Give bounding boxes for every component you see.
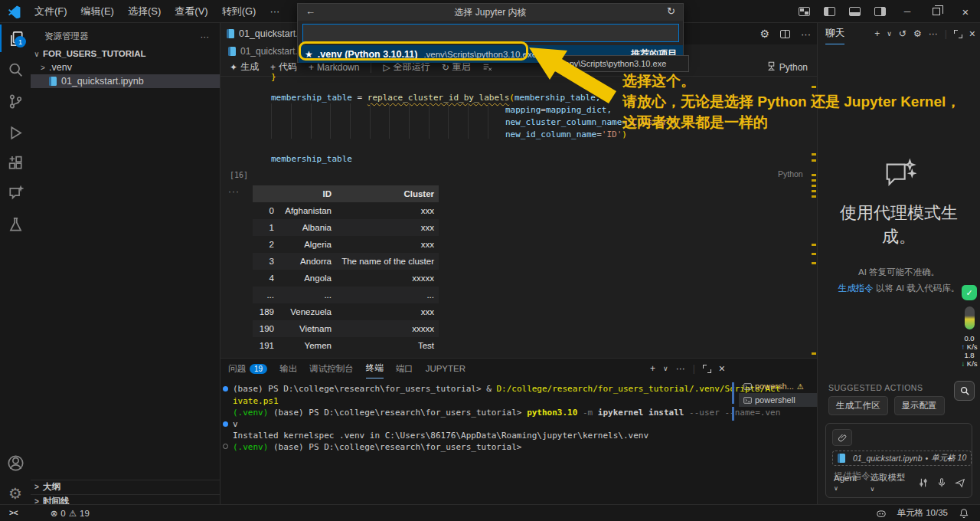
tab-problems[interactable]: 问题19 (228, 359, 267, 378)
tab-jupyter[interactable]: JUPYTER (426, 359, 466, 378)
code-prev-line: } (271, 72, 276, 82)
chat-input-box[interactable]: 01_quickstart.ipynb•单元格 10 + 提供指令。 Agent… (825, 423, 972, 498)
terminal-list-item-selected[interactable]: powershell (739, 393, 817, 407)
chat-history-icon[interactable]: ↺ (899, 28, 906, 39)
tab-debug-console[interactable]: 调试控制台 (309, 359, 354, 378)
breadcrumb[interactable]: 01_quickstart.i (228, 44, 299, 58)
add-context-icon[interactable]: + (947, 453, 953, 464)
refresh-icon[interactable]: ↻ (667, 5, 675, 17)
editor-gear-icon[interactable]: ⚙ (760, 28, 769, 40)
minimize-button[interactable]: ─ (893, 0, 922, 23)
editor-more-icon[interactable]: ··· (801, 28, 811, 40)
code-line-2[interactable]: mapping=mapping_dict, (505, 105, 612, 115)
restore-button[interactable] (922, 0, 951, 23)
maximize-chat-icon[interactable] (954, 30, 962, 38)
copilot-icon[interactable] (876, 508, 887, 519)
chat-icon[interactable] (0, 179, 31, 207)
outline-section[interactable]: > 大纲 (31, 480, 220, 493)
back-icon[interactable]: ← (305, 5, 315, 17)
usage-pill-icon[interactable] (965, 306, 975, 329)
generate-instructions-link[interactable]: 生成指令 (838, 283, 874, 293)
generate-workspace-button[interactable]: 生成工作区 (828, 396, 888, 415)
tab-terminal[interactable]: 终端 (366, 359, 384, 378)
breadcrumb-label: 01_quickstart.i (240, 46, 299, 57)
net-down-unit: ↓ K/s (959, 359, 980, 368)
code-line-4[interactable]: new_id_column_name='ID') (505, 129, 627, 139)
new-chat-icon[interactable]: + (874, 28, 880, 39)
tools-icon[interactable] (918, 477, 929, 488)
separator: | (693, 363, 695, 374)
tab-output[interactable]: 输出 (279, 359, 297, 378)
maximize-panel-icon[interactable] (703, 365, 711, 373)
new-terminal-icon[interactable]: + (650, 363, 655, 374)
close-panel-icon[interactable]: × (719, 362, 725, 375)
command-decoration[interactable] (223, 444, 228, 449)
search-icon[interactable] (0, 56, 31, 84)
toggle-sidebar-icon[interactable] (824, 7, 835, 16)
testing-icon[interactable] (0, 211, 31, 238)
menu-overflow[interactable]: ··· (263, 5, 286, 17)
bell-icon[interactable] (959, 508, 969, 519)
output-more-icon[interactable]: ··· (228, 186, 240, 197)
panel-tabs: 问题19 输出 调试控制台 终端 端口 JUPYTER (228, 359, 466, 378)
split-editor-icon[interactable] (780, 30, 790, 38)
agent-mode-picker[interactable]: Agent ∨ (834, 473, 862, 492)
explorer-sidebar: 资源管理器 ··· ∨ FOR_USERS_TUTORIAL > .venv 0… (31, 23, 220, 504)
tree-root-folder[interactable]: ∨ FOR_USERS_TUTORIAL (31, 47, 220, 61)
dialog-title: 选择 Jupyter 内核 (454, 6, 526, 19)
sidebar-more-icon[interactable]: ··· (201, 32, 210, 41)
settings-gear-icon[interactable]: ⚙ (0, 480, 31, 507)
annotation-text: 选择这个。 请放心，无论是选择 Python 还是 Jupyter Kernel… (622, 70, 975, 133)
cell-indicator[interactable]: 单元格 10/35 (897, 507, 948, 519)
vscode-logo (8, 5, 21, 18)
toggle-panel-icon[interactable] (849, 7, 861, 16)
generate-button[interactable]: ✦生成 (230, 61, 259, 74)
toggle-secondary-sidebar-icon[interactable] (874, 7, 886, 16)
menu-view[interactable]: 查看(V) (168, 5, 214, 18)
problems-status[interactable]: ⊗0 ⚠19 (51, 508, 90, 519)
separator: | (945, 28, 947, 39)
clear-outputs-icon[interactable] (482, 62, 492, 72)
customize-layout-icon[interactable] (799, 7, 810, 16)
chat-settings-gear-icon[interactable]: ⚙ (913, 28, 922, 39)
code-line-6[interactable]: membership_table (271, 154, 352, 164)
chat-tab[interactable]: 聊天 (825, 23, 844, 44)
model-picker[interactable]: 选取模型 ∨ (870, 472, 910, 493)
shield-check-icon[interactable]: ✓ (962, 285, 977, 300)
chevron-down-icon[interactable]: ∨ (887, 30, 892, 38)
chat-more-icon[interactable]: ··· (929, 28, 938, 39)
table-row: 191YemenTest (253, 337, 439, 354)
cell-language-label[interactable]: Python (778, 169, 803, 179)
voice-icon[interactable] (936, 477, 947, 488)
menu-file[interactable]: 文件(F) (28, 5, 74, 18)
tree-item-notebook[interactable]: 01_quickstart.ipynb (31, 74, 220, 88)
extensions-icon[interactable] (0, 149, 31, 176)
table-row: 0Afghanistanxxx (253, 202, 439, 219)
menu-edit[interactable]: 编辑(E) (74, 5, 121, 18)
panel-more-icon[interactable]: ··· (676, 363, 685, 374)
close-chat-icon[interactable]: × (969, 28, 975, 40)
menu-goto[interactable]: 转到(G) (215, 5, 263, 18)
remote-indicator[interactable]: >< (9, 509, 18, 517)
terminal-list-item[interactable]: powersh...⚠ (739, 379, 817, 393)
terminal-scrollbar[interactable] (732, 407, 734, 421)
add-markdown-cell-button[interactable]: +Markdown (309, 62, 359, 73)
command-decoration[interactable] (223, 386, 228, 392)
menu-selection[interactable]: 选择(S) (121, 5, 168, 18)
tab-ports[interactable]: 端口 (396, 359, 413, 378)
show-config-button[interactable]: 显示配置 (894, 396, 945, 415)
terminal-dropdown-icon[interactable]: ∨ (663, 365, 668, 372)
terminal-scrollbar[interactable] (732, 382, 734, 404)
attach-context-button[interactable] (832, 429, 852, 446)
tree-item-venv[interactable]: > .venv (31, 61, 220, 74)
command-decoration[interactable] (223, 421, 228, 427)
source-control-icon[interactable] (0, 87, 31, 115)
magnifier-button[interactable] (954, 381, 975, 401)
tab-notebook[interactable]: 01_quickstart.ip (220, 23, 302, 44)
close-window-button[interactable]: × (951, 0, 980, 23)
run-debug-icon[interactable] (0, 119, 31, 146)
account-icon[interactable] (0, 449, 31, 477)
warning-icon: ⚠ (797, 382, 804, 391)
send-icon[interactable] (955, 477, 965, 488)
kernel-search-input[interactable] (302, 24, 679, 42)
